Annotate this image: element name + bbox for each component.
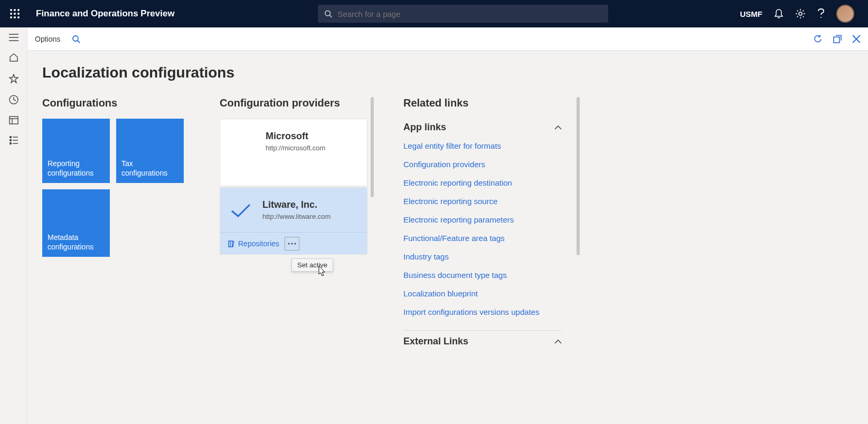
svg-point-11 xyxy=(799,12,802,15)
page-content: Localization configurations Configuratio… xyxy=(27,51,868,424)
related-links-section: Related links App links Legal entity fil… xyxy=(403,97,562,350)
more-actions-button[interactable] xyxy=(285,237,299,250)
svg-point-33 xyxy=(294,243,296,244)
modules-icon[interactable] xyxy=(10,136,18,144)
search-wrap xyxy=(196,5,731,23)
svg-rect-28 xyxy=(834,37,839,43)
repositories-link[interactable]: Repositories xyxy=(228,239,279,248)
app-links-list: Legal entity filter for formats Configur… xyxy=(403,136,562,328)
link-legal-entity-filter[interactable]: Legal entity filter for formats xyxy=(403,141,562,150)
command-bar: Options xyxy=(27,27,868,51)
left-nav-rail xyxy=(0,27,27,424)
providers-scrollbar[interactable] xyxy=(371,97,374,340)
chevron-up-icon xyxy=(554,339,562,344)
svg-point-5 xyxy=(17,13,20,15)
recent-icon[interactable] xyxy=(9,95,18,104)
svg-point-6 xyxy=(10,16,12,18)
link-industry-tags[interactable]: Industry tags xyxy=(403,252,562,261)
svg-point-22 xyxy=(10,140,11,141)
app-launcher-icon[interactable] xyxy=(4,9,25,18)
search-input[interactable] xyxy=(337,9,602,18)
svg-point-4 xyxy=(14,13,16,15)
help-icon[interactable] xyxy=(817,8,825,19)
svg-point-26 xyxy=(73,36,78,41)
workspaces-icon[interactable] xyxy=(9,116,18,124)
svg-point-0 xyxy=(10,9,12,11)
context-menu-item[interactable]: Set active xyxy=(291,258,333,272)
link-feature-tags[interactable]: Functional/Feature area tags xyxy=(403,234,562,243)
svg-point-3 xyxy=(10,13,12,15)
svg-point-32 xyxy=(291,243,293,244)
related-scrollbar[interactable] xyxy=(577,97,580,340)
chevron-up-icon xyxy=(554,125,562,130)
company-selector[interactable]: USMF xyxy=(740,9,763,18)
svg-point-12 xyxy=(820,17,822,18)
link-er-destination[interactable]: Electronic reporting destination xyxy=(403,178,562,187)
link-loc-blueprint[interactable]: Localization blueprint xyxy=(403,289,562,298)
svg-point-20 xyxy=(10,137,11,138)
page-title: Localization configurations xyxy=(42,64,853,81)
svg-line-10 xyxy=(330,15,332,17)
home-icon[interactable] xyxy=(9,53,18,62)
options-menu[interactable]: Options xyxy=(35,35,60,43)
notifications-icon[interactable] xyxy=(774,8,784,19)
provider-url: http://microsoft.com xyxy=(266,144,325,152)
gear-icon[interactable] xyxy=(795,8,806,19)
global-search[interactable] xyxy=(318,5,608,23)
close-icon[interactable] xyxy=(852,35,861,43)
hamburger-icon[interactable] xyxy=(9,34,18,41)
provider-microsoft-card[interactable]: Microsoft http://microsoft.com xyxy=(220,119,367,186)
tile-metadata[interactable]: Metadata configurations xyxy=(42,189,110,257)
svg-point-1 xyxy=(14,9,16,11)
svg-point-8 xyxy=(17,16,20,18)
svg-line-27 xyxy=(78,41,80,43)
popout-icon[interactable] xyxy=(833,35,842,43)
mouse-cursor-icon xyxy=(316,265,326,278)
configurations-section: Configurations Reporting configurations … xyxy=(42,97,190,350)
link-import-config[interactable]: Import configurations versions updates xyxy=(403,307,562,316)
app-title: Finance and Operations Preview xyxy=(36,8,175,19)
link-config-providers[interactable]: Configuration providers xyxy=(403,160,562,169)
configurations-heading: Configurations xyxy=(42,97,190,109)
app-links-header[interactable]: App links xyxy=(403,119,562,136)
svg-point-31 xyxy=(288,243,289,244)
providers-heading: Configuration providers xyxy=(220,97,367,109)
checkmark-icon xyxy=(230,203,252,219)
divider xyxy=(403,330,562,331)
external-links-header[interactable]: External Links xyxy=(403,333,562,350)
svg-point-24 xyxy=(10,143,11,144)
tile-tax[interactable]: Tax configurations xyxy=(116,119,184,183)
link-er-source[interactable]: Electronic reporting source xyxy=(403,197,562,206)
link-er-parameters[interactable]: Electronic reporting parameters xyxy=(403,215,562,224)
nav-right: USMF xyxy=(731,5,864,23)
provider-name: Litware, Inc. xyxy=(262,199,331,210)
svg-point-9 xyxy=(325,11,331,16)
favorites-icon[interactable] xyxy=(9,74,18,83)
provider-url: http://www.litware.com xyxy=(262,213,331,220)
tile-reporting[interactable]: Reporting configurations xyxy=(42,119,110,183)
svg-rect-17 xyxy=(10,117,18,124)
provider-name: Microsoft xyxy=(266,131,325,142)
provider-litware-card[interactable]: Litware, Inc. http://www.litware.com Rep… xyxy=(220,187,367,255)
refresh-icon[interactable] xyxy=(813,34,823,44)
link-doc-type-tags[interactable]: Business document type tags xyxy=(403,271,562,280)
svg-point-2 xyxy=(17,9,20,11)
page-search-icon[interactable] xyxy=(72,35,80,43)
global-nav: Finance and Operations Preview USMF xyxy=(0,0,868,27)
providers-section: Configuration providers Microsoft http:/… xyxy=(220,97,367,350)
related-heading: Related links xyxy=(403,97,562,109)
avatar[interactable] xyxy=(836,5,854,23)
svg-point-7 xyxy=(14,16,16,18)
